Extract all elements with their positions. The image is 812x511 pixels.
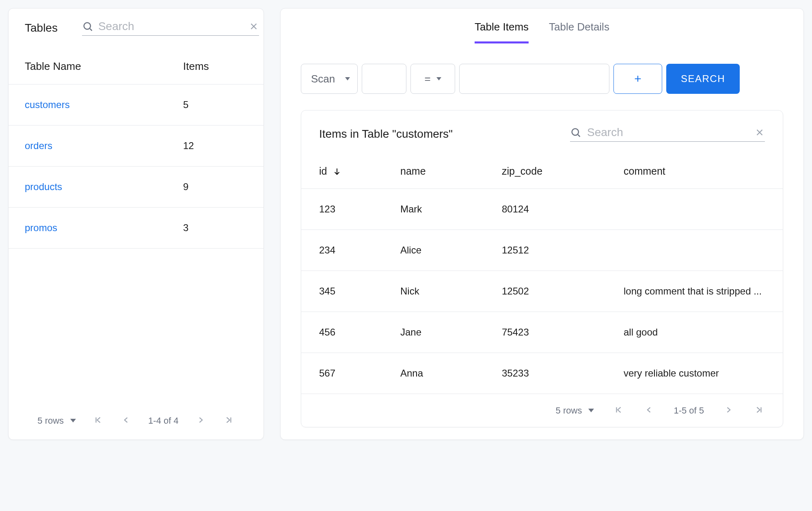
first-page-button[interactable] <box>92 414 104 427</box>
svg-point-0 <box>84 23 91 29</box>
add-filter-button[interactable]: + <box>613 64 662 94</box>
rows-per-page-label: 5 rows <box>37 416 64 426</box>
scan-mode-select[interactable]: Scan <box>301 64 358 94</box>
items-title: Items in Table "customers" <box>319 128 554 141</box>
tables-search-input[interactable] <box>98 20 244 33</box>
items-col-id[interactable]: id <box>319 165 400 177</box>
tables-pagination: 5 rows 1-4 of 4 <box>9 402 263 440</box>
chevron-down-icon <box>70 419 76 422</box>
cell-id: 567 <box>319 368 400 379</box>
cell-comment <box>624 245 765 256</box>
svg-line-7 <box>578 134 580 136</box>
cell-id: 345 <box>319 286 400 297</box>
cell-comment: all good <box>624 327 765 338</box>
sort-arrow-down-icon <box>333 167 341 176</box>
table-items-count: 12 <box>183 140 247 152</box>
cell-name: Nick <box>400 286 502 297</box>
next-page-button[interactable] <box>195 414 206 427</box>
cell-name: Jane <box>400 327 502 338</box>
table-link-products[interactable]: products <box>25 181 62 192</box>
filter-value-field[interactable] <box>459 64 609 94</box>
items-row[interactable]: 567 Anna 35233 very reliable customer <box>301 353 783 394</box>
items-row[interactable]: 123 Mark 80124 <box>301 189 783 230</box>
table-items-count: 3 <box>183 222 247 234</box>
svg-line-1 <box>90 28 92 30</box>
tab-table-items[interactable]: Table Items <box>475 21 529 43</box>
items-search[interactable] <box>570 126 765 142</box>
chevron-down-icon <box>588 409 594 412</box>
prev-page-button[interactable] <box>644 404 655 417</box>
table-detail-panel: Table Items Table Details Scan = + SEARC… <box>280 8 804 440</box>
table-row[interactable]: promos 3 <box>9 207 263 249</box>
page-range: 1-4 of 4 <box>148 416 179 426</box>
tables-panel: Tables Table Name Items customers 5 orde… <box>8 8 264 440</box>
next-page-button[interactable] <box>723 404 734 417</box>
scan-mode-label: Scan <box>311 73 335 85</box>
rows-per-page-label: 5 rows <box>556 405 582 416</box>
cell-comment: long comment that is stripped ... <box>624 286 765 297</box>
tables-search[interactable] <box>82 20 259 36</box>
cell-id: 123 <box>319 204 400 215</box>
items-col-zip[interactable]: zip_code <box>502 165 624 177</box>
last-page-button[interactable] <box>753 404 765 417</box>
table-link-promos[interactable]: promos <box>25 222 57 233</box>
first-page-button[interactable] <box>613 404 625 417</box>
cell-zip: 75423 <box>502 327 624 338</box>
tables-col-name[interactable]: Table Name <box>25 60 183 73</box>
cell-zip: 35233 <box>502 368 624 379</box>
table-items-count: 9 <box>183 181 247 193</box>
last-page-button[interactable] <box>222 414 235 427</box>
items-row[interactable]: 456 Jane 75423 all good <box>301 312 783 353</box>
items-col-name[interactable]: name <box>400 165 502 177</box>
cell-id: 456 <box>319 327 400 338</box>
chevron-down-icon <box>345 77 350 80</box>
items-row[interactable]: 345 Nick 12502 long comment that is stri… <box>301 271 783 312</box>
attribute-select[interactable] <box>362 64 406 94</box>
cell-name: Alice <box>400 245 502 256</box>
search-button[interactable]: SEARCH <box>666 64 740 94</box>
tables-title: Tables <box>25 22 58 35</box>
cell-zip: 80124 <box>502 204 624 215</box>
table-row[interactable]: products 9 <box>9 166 263 207</box>
table-row[interactable]: orders 12 <box>9 125 263 166</box>
query-filter-row: Scan = + SEARCH <box>281 43 803 110</box>
table-link-customers[interactable]: customers <box>25 99 70 110</box>
cell-name: Mark <box>400 204 502 215</box>
items-card: Items in Table "customers" id <box>301 110 783 427</box>
clear-icon[interactable] <box>248 21 259 32</box>
table-items-count: 5 <box>183 99 247 110</box>
cell-zip: 12512 <box>502 245 624 256</box>
tables-col-items[interactable]: Items <box>183 60 247 73</box>
cell-comment <box>624 204 765 215</box>
chevron-down-icon <box>436 77 441 80</box>
rows-per-page-select[interactable]: 5 rows <box>556 405 594 416</box>
items-row[interactable]: 234 Alice 12512 <box>301 230 783 271</box>
items-col-id-label: id <box>319 165 327 177</box>
items-search-input[interactable] <box>587 126 749 139</box>
search-icon <box>82 21 93 32</box>
cell-name: Anna <box>400 368 502 379</box>
svg-point-6 <box>572 129 579 135</box>
rows-per-page-select[interactable]: 5 rows <box>37 416 76 426</box>
cell-comment: very reliable customer <box>624 368 765 379</box>
clear-icon[interactable] <box>754 127 765 138</box>
operator-label: = <box>424 73 430 85</box>
items-pagination: 5 rows 1-5 of 5 <box>301 394 783 427</box>
items-col-comment[interactable]: comment <box>624 165 765 177</box>
table-link-orders[interactable]: orders <box>25 140 52 151</box>
cell-id: 234 <box>319 245 400 256</box>
table-row[interactable]: customers 5 <box>9 84 263 125</box>
cell-zip: 12502 <box>502 286 624 297</box>
filter-value-input[interactable] <box>460 64 609 93</box>
prev-page-button[interactable] <box>121 414 132 427</box>
search-icon <box>570 127 581 138</box>
page-range: 1-5 of 5 <box>674 405 704 416</box>
operator-select[interactable]: = <box>410 64 455 94</box>
tab-table-details[interactable]: Table Details <box>549 21 609 43</box>
